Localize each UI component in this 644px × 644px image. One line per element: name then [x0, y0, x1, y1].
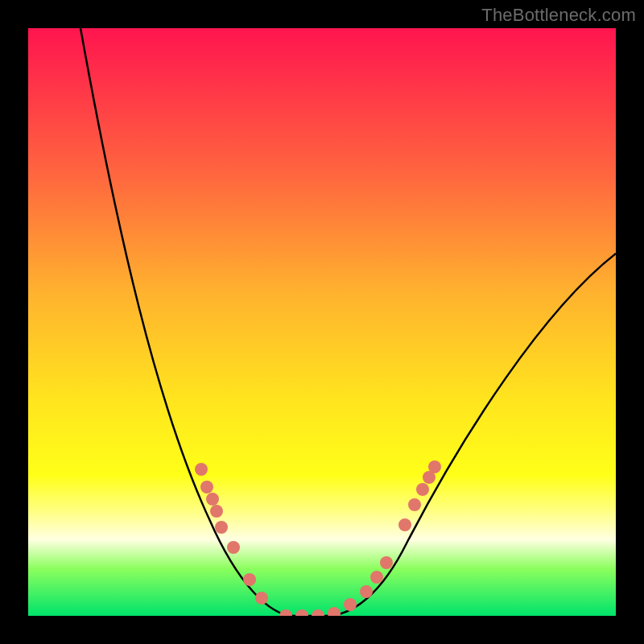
data-point: [206, 493, 219, 506]
data-point: [380, 556, 393, 569]
data-point: [416, 483, 429, 496]
plot-area: [28, 28, 616, 616]
marker-group: [195, 460, 441, 616]
data-point: [215, 521, 228, 534]
data-point: [328, 607, 341, 616]
data-point: [360, 585, 373, 598]
data-point: [279, 609, 292, 616]
data-point: [200, 481, 213, 493]
data-point: [227, 541, 240, 554]
data-point: [344, 598, 357, 611]
data-point: [408, 498, 421, 511]
data-point: [195, 463, 208, 476]
data-point: [255, 592, 268, 605]
data-point: [398, 518, 411, 531]
bottleneck-curve: [80, 28, 616, 616]
watermark-text: TheBottleneck.com: [481, 5, 636, 26]
data-point: [370, 571, 383, 584]
chart-svg: [28, 28, 616, 616]
data-point: [312, 609, 324, 616]
data-point: [428, 460, 441, 473]
data-point: [243, 573, 256, 586]
data-point: [295, 609, 308, 616]
chart-frame: TheBottleneck.com: [0, 0, 644, 644]
data-point: [210, 505, 223, 518]
